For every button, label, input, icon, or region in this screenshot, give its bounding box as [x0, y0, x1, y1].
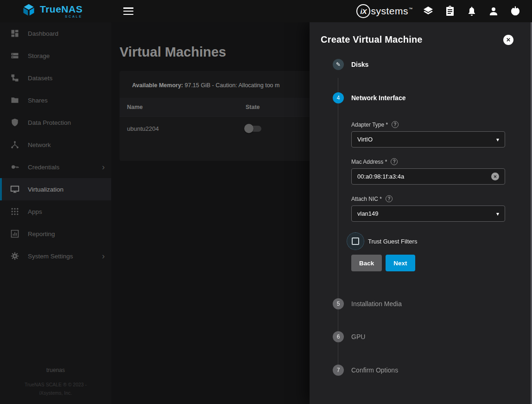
stepper-connector: [338, 78, 338, 371]
mac-address-input[interactable]: [357, 173, 491, 180]
attach-nic-value: vlan149: [357, 210, 379, 217]
step-edit-icon: ✎: [333, 59, 344, 70]
adapter-type-label: Adapter Type *: [351, 122, 388, 128]
truecommand-layers-icon[interactable]: [423, 6, 434, 17]
chevron-down-icon: ▾: [496, 136, 499, 143]
adapter-type-value: VirtIO: [357, 136, 373, 143]
clear-input-icon[interactable]: ✕: [491, 173, 499, 180]
step-network-interface[interactable]: 4 Network Interface: [310, 92, 532, 103]
step-number: 4: [333, 92, 344, 103]
panel-header: Create Virtual Machine ✕: [310, 22, 532, 53]
truenas-logo[interactable]: TrueNAS SCALE: [0, 3, 111, 19]
power-icon[interactable]: [510, 6, 521, 17]
create-vm-panel: Create Virtual Machine ✕ ✎ Disks 4 Netwo…: [310, 22, 532, 404]
mac-address-label: Mac Address *: [351, 159, 387, 165]
step-number: 5: [333, 298, 344, 309]
step-disks[interactable]: ✎ Disks: [310, 59, 532, 70]
trust-guest-filters-row: Trust Guest Filters: [347, 232, 505, 250]
attach-nic-field: Attach NIC * ? vlan149 ▾: [351, 195, 505, 222]
topbar: TrueNAS SCALE iX systems ™: [0, 0, 532, 22]
network-interface-form: Adapter Type * ? VirtIO ▾ Mac Address * …: [351, 121, 505, 271]
trust-guest-filters-label: Trust Guest Filters: [368, 238, 417, 245]
step-confirm-options[interactable]: 7 Confirm Options: [310, 365, 532, 376]
topbar-actions: [423, 6, 532, 17]
alerts-bell-icon[interactable]: [466, 6, 477, 17]
next-button[interactable]: Next: [386, 255, 415, 271]
trust-guest-filters-checkbox[interactable]: [352, 237, 359, 245]
step-number: 7: [333, 365, 344, 376]
checkbox-focus-ring: [347, 232, 364, 250]
jobs-clipboard-icon[interactable]: [444, 6, 456, 17]
brand-edition: SCALE: [40, 15, 82, 18]
wizard-buttons: Back Next: [351, 255, 505, 271]
panel-title: Create Virtual Machine: [321, 34, 423, 45]
ix-name: systems: [371, 6, 408, 17]
step-number: 6: [333, 331, 344, 342]
menu-toggle-icon[interactable]: [123, 7, 133, 15]
attach-nic-label: Attach NIC *: [351, 196, 382, 202]
help-icon[interactable]: ?: [386, 195, 393, 202]
help-icon[interactable]: ?: [391, 158, 398, 165]
back-button[interactable]: Back: [351, 255, 382, 271]
help-icon[interactable]: ?: [392, 121, 399, 128]
chevron-down-icon: ▾: [496, 211, 499, 217]
adapter-type-select[interactable]: VirtIO ▾: [351, 131, 505, 147]
brand-name: TrueNAS: [40, 4, 82, 14]
user-account-icon[interactable]: [488, 6, 499, 17]
close-icon[interactable]: ✕: [503, 35, 513, 45]
adapter-type-field: Adapter Type * ? VirtIO ▾: [351, 121, 505, 147]
attach-nic-select[interactable]: vlan149 ▾: [351, 205, 505, 222]
ixsystems-logo: iX systems ™: [356, 4, 412, 18]
truenas-logo-icon: [21, 3, 36, 19]
mac-address-field: Mac Address * ? ✕: [351, 158, 505, 185]
step-installation-media[interactable]: 5 Installation Media: [310, 298, 532, 309]
ix-mark: iX: [356, 4, 370, 18]
step-gpu[interactable]: 6 GPU: [310, 331, 532, 342]
